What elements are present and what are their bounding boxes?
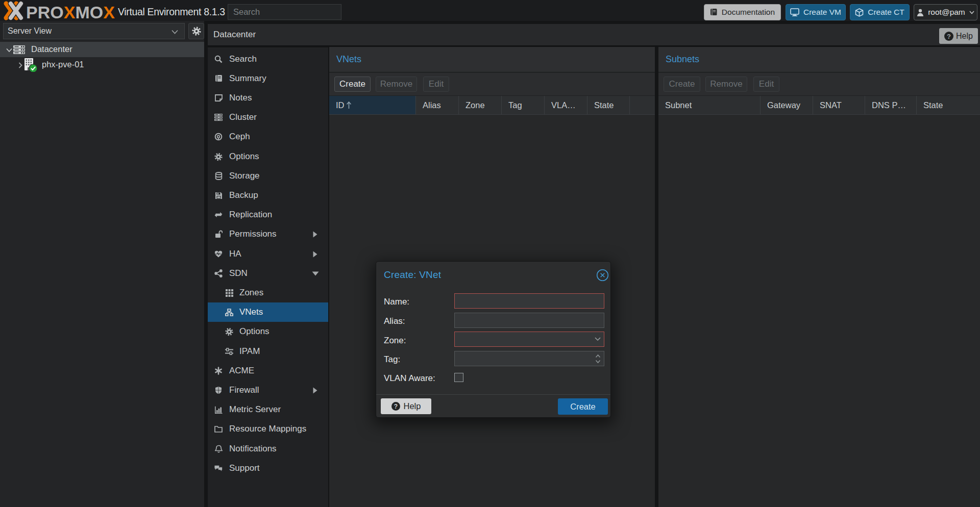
svg-text:?: ? [947,32,951,40]
svg-text:?: ? [394,403,397,410]
svg-text:PROXMOX: PROXMOX [26,3,115,21]
